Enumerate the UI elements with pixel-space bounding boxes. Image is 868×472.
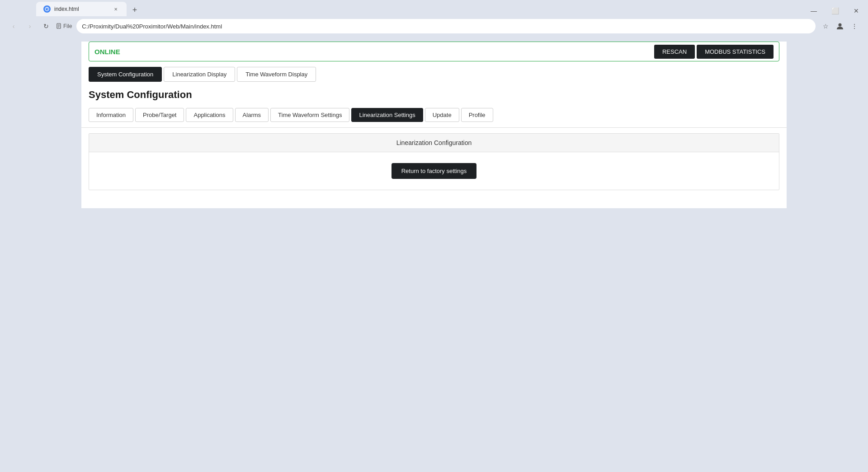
window-buttons: — ⬜ ✕	[807, 5, 868, 16]
maximize-button[interactable]: ⬜	[828, 5, 843, 16]
close-button[interactable]: ✕	[850, 5, 863, 16]
tab-information[interactable]: Information	[89, 108, 133, 122]
section-divider	[81, 127, 787, 128]
tab-system-configuration[interactable]: System Configuration	[89, 67, 162, 82]
address-input[interactable]	[76, 19, 816, 33]
new-tab-button[interactable]: +	[128, 4, 141, 16]
page-wrapper: ONLINE RESCAN MODBUS STATISTICS System C…	[81, 42, 787, 208]
address-bar-row: ‹ › ↻ File ☆ ⋮	[0, 16, 868, 36]
file-icon	[56, 23, 62, 29]
tab-alarms[interactable]: Alarms	[235, 108, 269, 122]
browser-window: index.html ✕ + — ⬜ ✕ ‹ › ↻ File ☆ ⋮	[0, 0, 868, 472]
tab-probe-target[interactable]: Probe/Target	[135, 108, 184, 122]
top-nav: System Configuration Linearization Displ…	[81, 67, 787, 82]
tab-favicon	[43, 5, 51, 13]
minimize-button[interactable]: —	[807, 5, 821, 16]
address-scheme: File	[56, 23, 72, 29]
linearization-config-section: Linearization Configuration Return to fa…	[89, 133, 779, 190]
factory-reset-button[interactable]: Return to factory settings	[392, 163, 477, 179]
svg-point-5	[839, 23, 842, 27]
tab-linearization-display[interactable]: Linearization Display	[164, 67, 235, 82]
window-controls-area	[0, 0, 36, 16]
rescan-button[interactable]: RESCAN	[654, 45, 695, 59]
sub-nav: Information Probe/Target Applications Al…	[81, 108, 787, 122]
tab-close-icon[interactable]: ✕	[112, 5, 119, 13]
profile-icon[interactable]	[834, 20, 846, 33]
address-file-label: File	[63, 23, 72, 29]
bookmark-icon[interactable]: ☆	[819, 20, 832, 33]
tab-time-waveform-display[interactable]: Time Waveform Display	[237, 67, 316, 82]
online-status: ONLINE	[94, 48, 120, 56]
browser-tab-active[interactable]: index.html ✕	[36, 2, 127, 16]
tab-profile[interactable]: Profile	[461, 108, 493, 122]
tab-update[interactable]: Update	[425, 108, 459, 122]
menu-icon[interactable]: ⋮	[848, 20, 861, 33]
status-bar: ONLINE RESCAN MODBUS STATISTICS	[89, 42, 779, 61]
status-actions: RESCAN MODBUS STATISTICS	[654, 45, 774, 59]
config-section-body: Return to factory settings	[89, 152, 779, 190]
modbus-statistics-button[interactable]: MODBUS STATISTICS	[697, 45, 774, 59]
tab-time-waveform-settings[interactable]: Time Waveform Settings	[270, 108, 349, 122]
page-title: System Configuration	[81, 89, 787, 101]
nav-refresh-button[interactable]: ↻	[40, 20, 52, 33]
tab-applications[interactable]: Applications	[186, 108, 233, 122]
nav-back-button[interactable]: ‹	[7, 20, 20, 33]
nav-forward-button[interactable]: ›	[24, 20, 36, 33]
browser-tab-bar: index.html ✕ + — ⬜ ✕	[0, 0, 868, 16]
tab-linearization-settings[interactable]: Linearization Settings	[351, 108, 423, 122]
config-section-title: Linearization Configuration	[89, 134, 779, 152]
tab-title: index.html	[54, 6, 108, 12]
toolbar-icons: ☆ ⋮	[819, 20, 861, 33]
